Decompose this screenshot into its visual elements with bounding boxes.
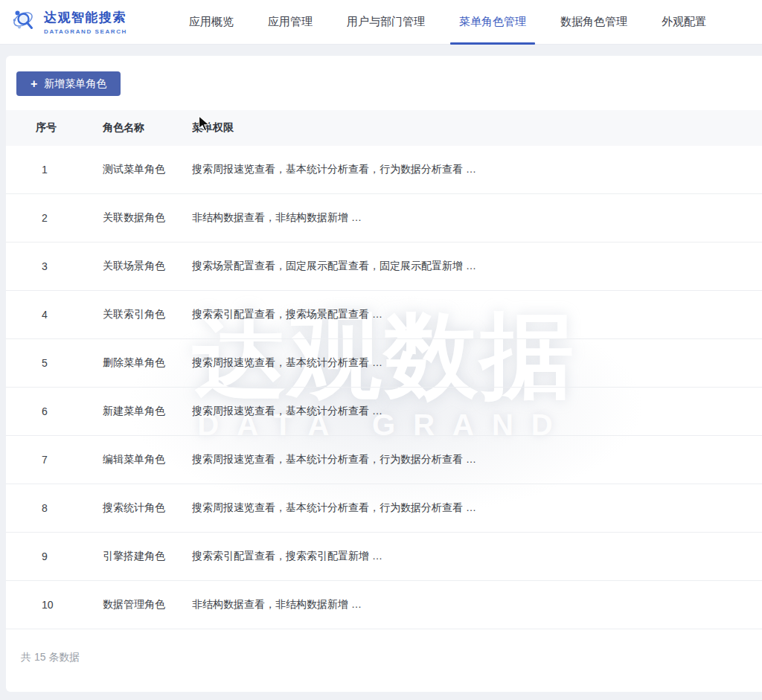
add-menu-role-button[interactable]: + 新增菜单角色	[16, 71, 121, 96]
table-row[interactable]: 2关联数据角色非结构数据查看，非结构数据新增 …	[6, 194, 762, 243]
row-index: 8	[6, 502, 103, 514]
content-card: + 新增菜单角色 达观数据 DATA GRAND 序号 角色名称 菜单权限 1测…	[6, 56, 762, 692]
main-nav: 应用概览应用管理用户与部门管理菜单角色管理数据角色管理外观配置	[189, 0, 706, 44]
column-header-menu-permissions: 菜单权限	[192, 121, 762, 135]
role-name: 编辑菜单角色	[103, 453, 192, 466]
column-header-index: 序号	[6, 121, 103, 135]
menu-permissions: 非结构数据查看，非结构数据新增 …	[192, 211, 762, 225]
nav-tab-6[interactable]: 外观配置	[662, 0, 706, 44]
nav-tab-5[interactable]: 数据角色管理	[560, 0, 627, 44]
menu-permissions: 搜索周报速览查看，基本统计分析查看 …	[192, 356, 762, 370]
menu-permissions: 搜索索引配置查看，搜索索引配置新增 …	[192, 550, 762, 563]
column-header-role-name: 角色名称	[103, 121, 192, 135]
brand-logo-icon	[12, 8, 37, 36]
role-name: 删除菜单角色	[103, 356, 192, 370]
row-index: 6	[6, 405, 103, 417]
row-index: 4	[6, 309, 103, 321]
table-row[interactable]: 9引擎搭建角色搜索索引配置查看，搜索索引配置新增 …	[6, 533, 762, 581]
menu-permissions: 搜索场景配置查看，固定展示配置查看，固定展示配置新增 …	[192, 260, 762, 273]
brand-text: 达观智能搜索 DATAGRAND SEARCH	[44, 9, 127, 35]
role-name: 搜索统计角色	[103, 501, 192, 515]
row-index: 5	[6, 357, 103, 369]
table-row[interactable]: 8搜索统计角色搜索周报速览查看，基本统计分析查看，行为数据分析查看 …	[6, 484, 762, 533]
nav-tab-4[interactable]: 菜单角色管理	[459, 0, 526, 44]
brand-name: 达观智能搜索	[44, 9, 127, 26]
nav-tab-2[interactable]: 应用管理	[268, 0, 313, 44]
brand-logo: 达观智能搜索 DATAGRAND SEARCH	[12, 8, 125, 36]
role-name: 引擎搭建角色	[103, 550, 192, 563]
role-name: 数据管理角色	[103, 598, 192, 611]
table-row[interactable]: 1测试菜单角色搜索周报速览查看，基本统计分析查看，行为数据分析查看 …	[6, 146, 762, 194]
menu-permissions: 搜索索引配置查看，搜索场景配置查看 …	[192, 308, 762, 321]
plus-icon: +	[31, 78, 37, 90]
menu-permissions: 搜索周报速览查看，基本统计分析查看，行为数据分析查看 …	[192, 163, 762, 176]
table-header-row: 序号 角色名称 菜单权限	[6, 110, 762, 146]
nav-tab-1[interactable]: 应用概览	[189, 0, 234, 44]
table-row[interactable]: 10数据管理角色非结构数据查看，非结构数据新增 …	[6, 581, 762, 629]
table-row[interactable]: 5删除菜单角色搜索周报速览查看，基本统计分析查看 …	[6, 339, 762, 388]
row-index: 7	[6, 454, 103, 466]
role-name: 关联场景角色	[103, 260, 192, 273]
menu-permissions: 非结构数据查看，非结构数据新增 …	[192, 598, 762, 611]
total-count-text: 共 15 条数据	[21, 651, 80, 664]
role-name: 关联索引角色	[103, 308, 192, 321]
row-index: 2	[6, 212, 103, 224]
menu-permissions: 搜索周报速览查看，基本统计分析查看，行为数据分析查看 …	[192, 453, 762, 466]
role-name: 关联数据角色	[103, 211, 192, 225]
table-row[interactable]: 4关联索引角色搜索索引配置查看，搜索场景配置查看 …	[6, 291, 762, 339]
table-row[interactable]: 6新建菜单角色搜索周报速览查看，基本统计分析查看 …	[6, 388, 762, 436]
row-index: 1	[6, 164, 103, 176]
top-header: 达观智能搜索 DATAGRAND SEARCH 应用概览应用管理用户与部门管理菜…	[0, 0, 762, 45]
table-row[interactable]: 3关联场景角色搜索场景配置查看，固定展示配置查看，固定展示配置新增 …	[6, 243, 762, 291]
row-index: 10	[6, 599, 103, 611]
nav-tab-3[interactable]: 用户与部门管理	[347, 0, 425, 44]
menu-role-table: 序号 角色名称 菜单权限 1测试菜单角色搜索周报速览查看，基本统计分析查看，行为…	[6, 110, 762, 629]
row-index: 9	[6, 550, 103, 562]
brand-subtitle: DATAGRAND SEARCH	[44, 28, 127, 35]
menu-permissions: 搜索周报速览查看，基本统计分析查看 …	[192, 405, 762, 418]
role-name: 测试菜单角色	[103, 163, 192, 176]
role-name: 新建菜单角色	[103, 405, 192, 418]
menu-permissions: 搜索周报速览查看，基本统计分析查看，行为数据分析查看 …	[192, 501, 762, 515]
row-index: 3	[6, 260, 103, 272]
add-menu-role-button-label: 新增菜单角色	[44, 77, 106, 91]
table-body: 1测试菜单角色搜索周报速览查看，基本统计分析查看，行为数据分析查看 …2关联数据…	[6, 146, 762, 629]
table-row[interactable]: 7编辑菜单角色搜索周报速览查看，基本统计分析查看，行为数据分析查看 …	[6, 436, 762, 484]
